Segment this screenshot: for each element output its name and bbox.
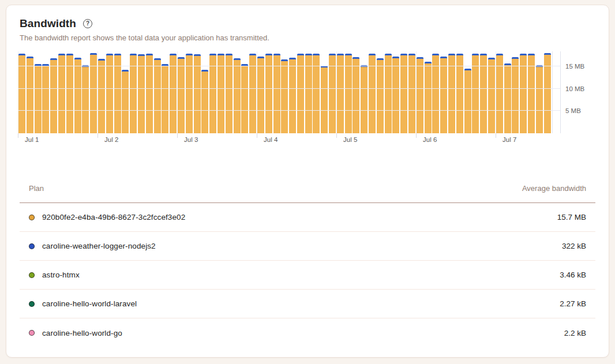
page-subtitle: The bandwidth report shows the total dat…: [20, 33, 595, 42]
chart-bar-segment-orange: [234, 60, 241, 133]
chart-bar[interactable]: [392, 57, 399, 133]
chart-bar[interactable]: [440, 57, 447, 133]
chart-bar-segment-orange: [456, 55, 463, 133]
chart-bar-segment-orange: [257, 58, 264, 133]
chart-bar-segment-orange: [425, 63, 432, 133]
y-gridline: [18, 88, 560, 89]
chart-plot-area: [18, 51, 561, 133]
chart-bar-segment-orange: [377, 60, 384, 133]
plot-right-boundary: [552, 51, 553, 133]
chart-bar[interactable]: [201, 70, 208, 133]
chart-bar[interactable]: [377, 58, 384, 133]
bandwidth-report-card: Bandwidth ? The bandwidth report shows t…: [6, 5, 609, 358]
chart-bar-segment-orange: [217, 55, 224, 133]
chart-bar[interactable]: [122, 70, 129, 133]
table-row: caroline-weather-logger-nodejs2322 kB: [20, 232, 595, 261]
chart-bar-segment-orange: [35, 66, 42, 133]
chart-bar-segment-orange: [337, 55, 344, 133]
chart-bar[interactable]: [488, 58, 495, 133]
y-axis-label: 15 MB: [565, 63, 584, 70]
chart-bar[interactable]: [361, 65, 367, 133]
chart-bar[interactable]: [536, 65, 543, 133]
chart-bar-segment-orange: [536, 67, 543, 133]
table-header-average-bandwidth: Average bandwidth: [522, 184, 586, 193]
chart-bar[interactable]: [90, 53, 97, 133]
plans-table: Plan Average bandwidth 920b0fe2-e4ba-49b…: [20, 184, 595, 347]
table-row: caroline-hello-world-laravel2.27 kB: [20, 290, 595, 318]
chart-bar-segment-orange: [289, 59, 296, 133]
page-title: Bandwidth: [20, 17, 76, 30]
x-axis-tick: [336, 133, 337, 138]
plan-name: caroline-hello-world-go: [42, 329, 564, 337]
chart-bar[interactable]: [425, 62, 432, 133]
chart-bar-segment-orange: [209, 55, 216, 133]
chart-bar-segment-orange: [361, 67, 367, 133]
chart-bar[interactable]: [417, 57, 423, 133]
chart-bar-segment-orange: [305, 55, 312, 133]
help-icon[interactable]: ?: [83, 19, 92, 28]
chart-bar-segment-orange: [178, 59, 185, 133]
report-header: Bandwidth ?: [20, 17, 595, 30]
x-axis-tick: [18, 133, 18, 138]
chart-bar-segment-orange: [106, 55, 113, 133]
x-axis-tick: [177, 133, 178, 138]
chart-bar[interactable]: [50, 58, 57, 133]
chart-bar-segment-orange: [66, 55, 73, 133]
chart-bar[interactable]: [154, 58, 161, 133]
plan-name: caroline-hello-world-laravel: [42, 299, 560, 308]
chart-bar-segment-orange: [265, 55, 272, 133]
day-gridline: [257, 51, 257, 133]
chart-bar-segment-orange: [352, 59, 359, 133]
chart-bar[interactable]: [544, 53, 551, 133]
day-gridline: [18, 51, 18, 133]
chart-bar[interactable]: [35, 64, 42, 133]
x-axis-tick: [496, 133, 496, 138]
chart-bar-segment-orange: [226, 55, 232, 133]
chart-bar[interactable]: [234, 58, 241, 133]
plan-average-bandwidth: 2.2 kB: [564, 329, 586, 337]
chart-bar[interactable]: [464, 69, 471, 133]
plan-name: 920b0fe2-e4ba-49b6-8627-3c2fccef3e02: [42, 213, 557, 222]
chart-bar-segment-orange: [313, 55, 320, 133]
chart-bar[interactable]: [82, 65, 89, 133]
chart-bar[interactable]: [257, 57, 264, 133]
chart-bar[interactable]: [352, 57, 359, 133]
y-gridline: [18, 66, 560, 66]
chart-bar[interactable]: [289, 58, 296, 133]
chart-bar-segment-orange: [480, 55, 487, 133]
chart-bar-segment-orange: [432, 55, 439, 133]
chart-bar[interactable]: [504, 63, 511, 133]
chart-bar[interactable]: [281, 59, 288, 133]
chart-bar[interactable]: [42, 64, 49, 133]
x-axis-label: Jul 1: [25, 136, 39, 143]
plan-average-bandwidth: 15.7 MB: [557, 213, 586, 222]
chart-bar[interactable]: [321, 66, 328, 133]
chart-bar-segment-orange: [520, 55, 527, 133]
chart-bar-segment-orange: [194, 56, 201, 133]
plan-average-bandwidth: 3.46 kB: [560, 271, 586, 279]
chart-bar-segment-orange: [74, 59, 81, 133]
table-header-plan: Plan: [29, 184, 44, 193]
chart-bar[interactable]: [98, 59, 105, 133]
chart-bar[interactable]: [27, 57, 33, 133]
chart-bar-segment-orange: [58, 55, 65, 133]
chart-bar[interactable]: [241, 64, 248, 133]
chart-bar-segment-orange: [385, 55, 392, 133]
chart-bars: [18, 53, 551, 133]
chart-bar-segment-orange: [488, 59, 495, 133]
chart-bar-segment-orange: [130, 55, 137, 133]
chart-bar-segment-orange: [472, 55, 479, 133]
chart-bar[interactable]: [178, 57, 185, 133]
chart-bar[interactable]: [512, 57, 519, 133]
chart-bar-segment-orange: [170, 55, 177, 133]
chart-bar-segment-orange: [440, 58, 447, 133]
chart-bar-segment-orange: [90, 55, 97, 133]
x-axis-label: Jul 2: [104, 136, 118, 143]
chart-bar-segment-orange: [201, 72, 208, 133]
plan-color-dot: [29, 215, 35, 220]
chart-bar[interactable]: [162, 64, 168, 133]
plan-color-dot: [29, 243, 35, 249]
chart-bar-segment-orange: [504, 65, 511, 133]
chart-bar[interactable]: [74, 58, 81, 133]
chart-bar-segment-orange: [114, 55, 121, 133]
